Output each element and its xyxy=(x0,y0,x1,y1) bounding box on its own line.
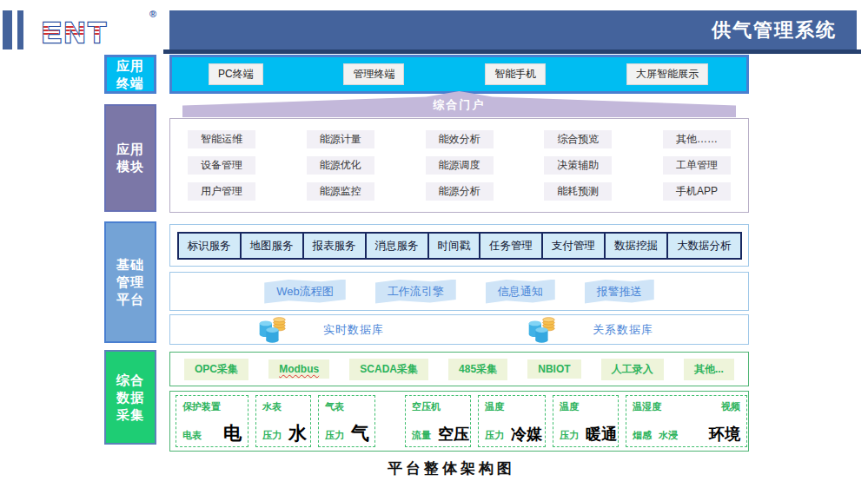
devices-row: 保护装置 电表 电 水表 压力 水 气表 压力 气 空压机 流量 空压 xyxy=(169,391,749,452)
module-chip: 能源计量 xyxy=(307,130,374,148)
service-cell: 标识服务 xyxy=(177,232,242,260)
device-cell-electric: 保护装置 电表 电 xyxy=(176,395,248,447)
service-cell: 地图服务 xyxy=(240,232,304,260)
database-icon xyxy=(523,316,560,344)
realtime-db-group: 实时数据库 xyxy=(254,316,384,344)
device-tag: 空压机 xyxy=(412,400,441,413)
protocol-chip: SCADA采集 xyxy=(349,359,428,380)
module-chip: 决策辅助 xyxy=(544,156,612,175)
device-tag: 压力 xyxy=(262,429,282,442)
portal-banner: 综合门户 xyxy=(182,91,736,117)
logo-accent-bar xyxy=(3,10,12,49)
device-tag: 温湿度 xyxy=(633,400,661,413)
middleware-ribbon: 工作流引擎 xyxy=(375,280,456,304)
header-divider xyxy=(163,49,861,54)
device-cell-water: 水表 压力 水 xyxy=(255,395,311,447)
database-label: 实时数据库 xyxy=(323,322,384,338)
architecture-slide: ENT ENT ® 供气管理系统 应用 终端 应用 模块 基础 管理 平台 综合… xyxy=(0,0,868,488)
device-tag: 烟感 xyxy=(633,429,652,442)
device-cell-gas: 气表 压力 气 xyxy=(318,395,375,447)
device-cell-compressor: 空压机 流量 空压 xyxy=(405,395,471,447)
module-chip: 能源分析 xyxy=(426,182,494,201)
device-cell-hvac: 温度 压力 暖通 xyxy=(553,395,619,447)
logo-accent-bar xyxy=(17,10,23,49)
database-icon xyxy=(254,316,290,344)
service-cell: 大数据分析 xyxy=(666,232,742,260)
module-chip: 智能运维 xyxy=(188,130,255,148)
module-chip: 其他…… xyxy=(663,130,731,148)
database-row: 实时数据库 关系数据库 xyxy=(169,314,749,345)
service-cell: 时间戳 xyxy=(427,232,481,260)
module-chip: 能源调度 xyxy=(426,156,494,175)
diagram-caption: 平台整体架构图 xyxy=(35,458,868,478)
service-cell: 消息服务 xyxy=(365,232,429,260)
protocol-chip: NBIOT xyxy=(527,359,580,379)
protocol-chip: OPC采集 xyxy=(184,359,248,380)
terminal-chip: 管理终端 xyxy=(343,63,404,85)
service-cell: 任务管理 xyxy=(479,232,543,260)
protocol-chip: Modbus xyxy=(268,359,329,379)
device-tag: 流量 xyxy=(412,429,431,442)
protocol-chip: 其他... xyxy=(684,359,734,380)
device-tag: 水表 xyxy=(262,400,282,413)
rail-label-app-terminal: 应用 终端 xyxy=(104,55,156,94)
device-category: 环境 xyxy=(709,426,740,442)
module-chip: 手机APP xyxy=(663,182,731,201)
service-cell: 数据挖掘 xyxy=(604,232,668,260)
device-category: 电 xyxy=(223,424,242,442)
module-chip: 设备管理 xyxy=(188,156,255,175)
page-title: 供气管理系统 xyxy=(169,10,857,49)
portal-title: 综合门户 xyxy=(434,97,486,113)
module-chip: 能效分析 xyxy=(426,130,494,148)
module-chip: 能源优化 xyxy=(307,156,374,175)
registered-trademark: ® xyxy=(149,9,156,19)
terminal-chip: 智能手机 xyxy=(485,63,546,85)
protocol-chip: 485采集 xyxy=(448,359,507,380)
terminal-row: PC终端 管理终端 智能手机 大屏智能展示 xyxy=(169,55,749,94)
database-label: 关系数据库 xyxy=(593,322,653,338)
device-tag: 压力 xyxy=(485,429,504,442)
ent-logo: ENT ENT xyxy=(40,12,151,49)
service-cell: 支付管理 xyxy=(541,232,606,260)
terminal-chip: 大屏智能展示 xyxy=(626,63,708,85)
device-tag: 保护装置 xyxy=(182,400,221,413)
device-category: 水 xyxy=(288,424,307,442)
device-tag: 电表 xyxy=(182,429,202,442)
middleware-row: Web流程图 工作流引擎 信息通知 报警推送 xyxy=(169,272,749,311)
device-category: 暖通 xyxy=(586,426,617,442)
service-cell: 报表服务 xyxy=(302,232,367,260)
middleware-ribbon: 报警推送 xyxy=(585,280,654,304)
module-chip: 能源监控 xyxy=(307,182,374,201)
module-chip: 工单管理 xyxy=(663,156,731,175)
services-row: 标识服务 地图服务 报表服务 消息服务 时间戳 任务管理 支付管理 数据挖掘 大… xyxy=(169,224,749,267)
device-tag: 温度 xyxy=(560,400,579,413)
modules-grid: 智能运维 能源计量 能效分析 综合预览 其他…… 设备管理 能源优化 能源调度 … xyxy=(169,118,749,213)
module-chip: 用户管理 xyxy=(188,182,255,201)
device-cell-refrigerant: 温度 压力 冷媒 xyxy=(478,395,546,447)
device-category: 气 xyxy=(351,424,369,442)
rail-label-base-platform: 基础 管理 平台 xyxy=(104,221,156,343)
device-category: 空压 xyxy=(438,426,469,442)
protocol-chip: 人工录入 xyxy=(601,359,664,380)
rail-label-app-modules: 应用 模块 xyxy=(104,104,156,212)
device-tag: 温度 xyxy=(485,400,504,413)
device-tag: 压力 xyxy=(560,429,579,442)
middleware-ribbon: Web流程图 xyxy=(264,280,346,304)
device-tag: 气表 xyxy=(325,400,344,413)
device-tag: 水浸 xyxy=(659,429,678,442)
rail-label-data-collection: 综合 数据 采集 xyxy=(104,350,156,445)
device-tag: 压力 xyxy=(325,429,344,442)
terminal-chip: PC终端 xyxy=(209,63,263,85)
protocols-row: OPC采集 Modbus SCADA采集 485采集 NBIOT 人工录入 其他… xyxy=(169,352,749,386)
ent-logo-icon: ENT ENT xyxy=(40,12,151,49)
module-chip: 能耗预测 xyxy=(544,182,612,201)
device-cell-environment: 温湿度 视频 烟感 水浸 环境 xyxy=(626,395,747,447)
module-chip: 综合预览 xyxy=(544,130,612,148)
device-tag: 视频 xyxy=(721,400,740,413)
device-category: 冷媒 xyxy=(511,426,542,442)
relational-db-group: 关系数据库 xyxy=(523,316,653,344)
middleware-ribbon: 信息通知 xyxy=(486,280,555,304)
